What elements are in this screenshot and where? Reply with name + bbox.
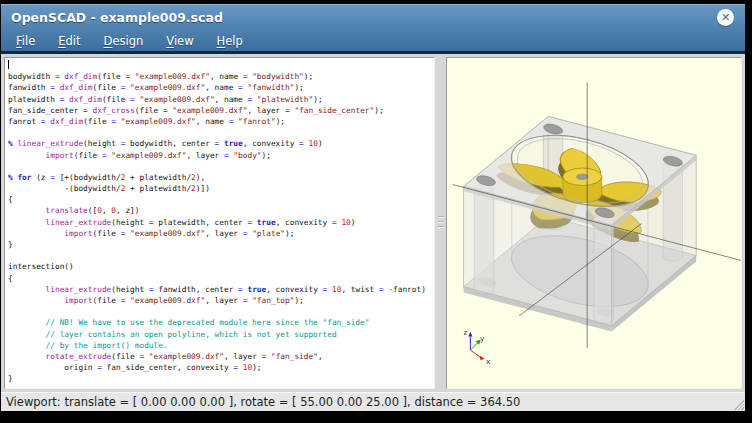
code-line (8, 250, 434, 261)
code-line: } (8, 373, 434, 384)
menu-item-view[interactable]: View (163, 32, 196, 50)
code-line: intersection() (8, 261, 434, 272)
code-line: linear_extrude(height = fanwidth, center… (8, 284, 434, 295)
code-line (8, 306, 434, 317)
y-axis-label: y (480, 334, 485, 343)
app-window: OpenSCAD - example009.scad ✕ FileEditDes… (1, 4, 745, 411)
x-axis-label: x (486, 357, 491, 366)
code-line: bodywidth = dxf_dim(file = "example009.d… (8, 71, 434, 82)
code-editor[interactable]: bodywidth = dxf_dim(file = "example009.d… (5, 58, 434, 384)
close-icon: ✕ (721, 12, 730, 23)
code-line: // NB! We have to use the deprecated mod… (8, 317, 434, 328)
status-bar: Viewport: translate = [ 0.00 0.00 0.00 ]… (1, 392, 745, 411)
code-line: fan_side_center = dxf_cross(file = "exam… (8, 105, 434, 116)
axis-indicator: z y x (464, 328, 491, 365)
code-line: // layer contains an open polyline, whic… (8, 329, 434, 340)
menu-item-file[interactable]: File (13, 32, 38, 50)
code-line: fanrot = dxf_dim(file = "example009.dxf"… (8, 116, 434, 127)
code-line: import(file = "example009.dxf", layer = … (8, 295, 434, 306)
z-axis-label: z (464, 328, 468, 337)
menu-bar: FileEditDesignViewHelp (1, 30, 745, 51)
code-line: // by the import() module. (8, 340, 434, 351)
main-content: bodywidth = dxf_dim(file = "example009.d… (1, 54, 745, 392)
code-line: import(file = "example009.dxf", layer = … (8, 150, 434, 161)
code-line: } (8, 239, 434, 250)
code-line: platewidth = dxf_dim(file = "example009.… (8, 94, 434, 105)
code-line: % for (z = [+(bodywidth/2 + platewidth/2… (8, 172, 434, 183)
close-button[interactable]: ✕ (717, 9, 734, 26)
code-line: origin = fan_side_center, convexity = 10… (8, 362, 434, 373)
code-line: rotate_extrude(file = "example009.dxf", … (8, 351, 434, 362)
code-line: -(bodywidth/2 + platewidth/2)]) (8, 183, 434, 194)
code-line (8, 60, 434, 71)
window-chrome: OpenSCAD - example009.scad ✕ FileEditDes… (1, 4, 745, 54)
code-line (8, 161, 434, 172)
code-line: { (8, 194, 434, 205)
code-line: { (8, 273, 434, 284)
code-line (8, 127, 434, 138)
viewport-status-text: Viewport: translate = [ 0.00 0.00 0.00 ]… (1, 395, 520, 409)
window-title: OpenSCAD - example009.scad (1, 10, 223, 25)
code-line: translate([0, 0, z]) (8, 205, 434, 216)
menu-item-help[interactable]: Help (214, 32, 246, 50)
code-line: % linear_extrude(height = bodywidth, cen… (8, 138, 434, 149)
menu-item-edit[interactable]: Edit (55, 32, 83, 50)
title-bar[interactable]: OpenSCAD - example009.scad ✕ (1, 4, 745, 30)
panel-splitter[interactable] (435, 57, 446, 389)
code-line: import(file = "example009.dxf", layer = … (8, 228, 434, 239)
splitter-grip-icon (438, 216, 444, 231)
viewport-panel[interactable]: z y x (446, 57, 742, 389)
resize-grip[interactable] (732, 398, 744, 410)
code-line: linear_extrude(height = platewidth, cent… (8, 217, 434, 228)
menu-item-design[interactable]: Design (101, 32, 147, 50)
fan-model (464, 116, 697, 331)
code-line: fanwidth = dxf_dim(file = "example009.dx… (8, 82, 434, 93)
3d-view: z y x (447, 58, 741, 388)
editor-panel: bodywidth = dxf_dim(file = "example009.d… (4, 57, 435, 389)
